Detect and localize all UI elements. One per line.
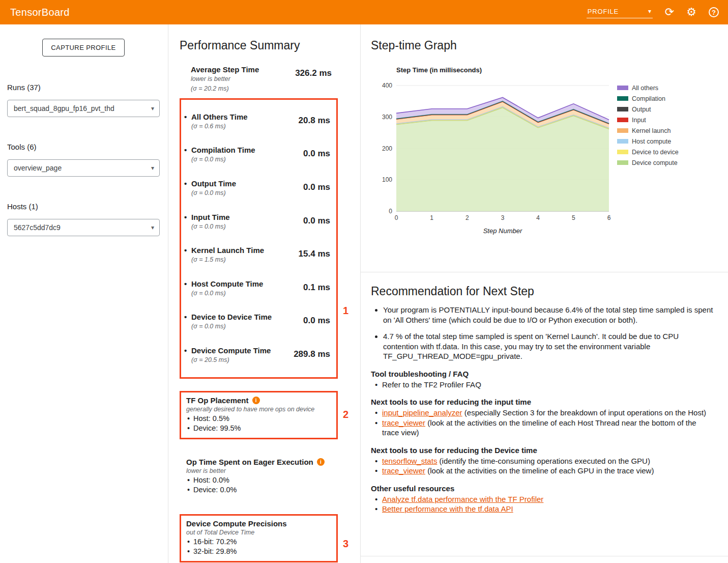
- svg-text:Step Number: Step Number: [483, 227, 522, 235]
- list-item: Device: 0.0%: [186, 485, 333, 495]
- dashboard-select[interactable]: PROFILE ▾: [587, 7, 653, 18]
- runs-group: Runs (37) bert_squad_8gpu_fp16_pvt_thd ▾: [7, 83, 160, 117]
- rec-link[interactable]: Better performance with the tf.data API: [382, 504, 513, 513]
- svg-text:4: 4: [536, 214, 540, 221]
- metric-value: 0.0 ms: [303, 316, 330, 331]
- hosts-group: Hosts (1) 5627c5dd7dc9 ▾: [7, 202, 160, 236]
- dashboard-select-value: PROFILE: [588, 8, 619, 15]
- svg-text:6: 6: [607, 214, 611, 221]
- svg-text:All others: All others: [632, 85, 658, 92]
- rec-link[interactable]: input_pipeline_analyzer: [382, 408, 462, 417]
- chevron-down-icon: ▾: [648, 8, 652, 14]
- rec-section-heading: Next tools to use for reducing the Devic…: [371, 446, 714, 455]
- info-icon[interactable]: i: [317, 458, 325, 466]
- metric-sigma: (σ = 0.0 ms): [191, 156, 255, 164]
- rec-section-list: Analyze tf.data performance with the TF …: [371, 494, 714, 514]
- metric-sigma: (σ = 20.5 ms): [191, 356, 271, 364]
- list-item: Host: 0.5%: [186, 414, 331, 424]
- chevron-down-icon: ▾: [151, 105, 154, 112]
- list-item: Device: 99.5%: [186, 424, 331, 433]
- page-content: CAPTURE PROFILE Runs (37) bert_squad_8gp…: [0, 24, 728, 563]
- gear-icon[interactable]: ⚙: [686, 7, 696, 18]
- tools-group: Tools (6) overview_page ▾: [7, 143, 160, 177]
- svg-text:Step Time (in milliseconds): Step Time (in milliseconds): [396, 66, 482, 74]
- average-step-time-labels: Average Step Time lower is better (σ = 2…: [191, 65, 259, 93]
- app-title: TensorBoard: [10, 7, 70, 18]
- tf-op-placement-title-row: TF Op Placement i: [186, 396, 331, 405]
- bullet-icon: •: [184, 246, 191, 255]
- device-precisions-box: Device Compute Precisions out of Total D…: [180, 514, 338, 562]
- rec-link[interactable]: tensorflow_stats: [382, 457, 437, 465]
- metric-value: 289.8 ms: [294, 349, 330, 364]
- metric-value: 15.4 ms: [299, 249, 330, 264]
- metric-row: •Compilation Time(σ = 0.0 ms)0.0 ms: [181, 138, 336, 172]
- eager-execution-note: lower is better: [186, 467, 333, 474]
- reload-icon[interactable]: ⟳: [665, 7, 674, 18]
- rec-link[interactable]: Analyze tf.data performance with the TF …: [382, 495, 543, 503]
- help-icon[interactable]: ?: [709, 7, 719, 17]
- metric-sigma: (σ = 0.0 ms): [191, 323, 272, 331]
- metric-value: 0.0 ms: [303, 182, 330, 198]
- capture-profile-button[interactable]: CAPTURE PROFILE: [42, 39, 124, 57]
- bullet-icon: •: [184, 346, 191, 355]
- rec-item: tensorflow_stats (identify the time-cons…: [371, 456, 714, 466]
- eager-execution-section: Op Time Spent on Eager Execution i lower…: [180, 458, 338, 495]
- step-time-graph-title: Step-time Graph: [371, 39, 716, 52]
- metric-sigma: (σ = 1.5 ms): [191, 256, 264, 264]
- rec-link[interactable]: trace_viewer: [382, 466, 425, 475]
- eager-execution-title-row: Op Time Spent on Eager Execution i: [186, 458, 333, 466]
- rec-item: Better performance with the tf.data API: [371, 504, 714, 514]
- tf-op-placement-note: generally desired to have more ops on de…: [186, 406, 331, 413]
- svg-text:Device to device: Device to device: [632, 149, 679, 156]
- metric-row: •Output Time(σ = 0.0 ms)0.0 ms: [181, 172, 336, 205]
- rec-item: input_pipeline_analyzer (especially Sect…: [371, 408, 714, 418]
- svg-text:100: 100: [382, 177, 392, 184]
- hosts-label: Hosts (1): [7, 202, 160, 211]
- svg-text:Compilation: Compilation: [632, 95, 665, 102]
- metric-row: •Input Time(σ = 0.0 ms)0.0 ms: [181, 205, 336, 239]
- metric-note: lower is better: [191, 75, 259, 83]
- metrics-annotation-box: •All Others Time(σ = 0.6 ms)20.8 ms•Comp…: [180, 98, 338, 379]
- rec-link[interactable]: trace_viewer: [382, 418, 425, 427]
- tools-select[interactable]: overview_page ▾: [7, 159, 160, 177]
- chevron-down-icon: ▾: [151, 164, 154, 172]
- annotation-number-3: 3: [343, 538, 348, 550]
- tools-label: Tools (6): [7, 143, 160, 151]
- app-header: TensorBoard PROFILE ▾ ⟳ ⚙ ?: [0, 0, 728, 24]
- recommendation-bullet: Your program is POTENTIALLY input-bound …: [383, 305, 714, 325]
- rec-item: trace_viewer (look at the activities on …: [371, 418, 714, 438]
- right-panel: Step-time Graph 01002003004000123456Step…: [361, 24, 728, 563]
- svg-text:Kernel launch: Kernel launch: [632, 127, 671, 134]
- metric-value: 20.8 ms: [299, 116, 330, 131]
- svg-text:Device compute: Device compute: [632, 159, 678, 166]
- info-icon[interactable]: i: [252, 397, 260, 404]
- device-precisions-title-row: Device Compute Precisions: [186, 519, 331, 528]
- metric-sigma: (σ = 0.6 ms): [191, 123, 248, 131]
- metric-name: •Compilation Time: [184, 146, 255, 154]
- rec-section-heading: Tool troubleshooting / FAQ: [371, 370, 714, 378]
- rec-section-list: tensorflow_stats (identify the time-cons…: [371, 456, 714, 476]
- metric-name: •Input Time: [184, 213, 230, 221]
- metric-value: 0.0 ms: [303, 149, 330, 164]
- average-step-time-row: Average Step Time lower is better (σ = 2…: [180, 65, 338, 93]
- metric-sigma: (σ = 20.2 ms): [191, 85, 259, 93]
- runs-label: Runs (37): [7, 83, 160, 92]
- eager-execution-title: Op Time Spent on Eager Execution: [186, 458, 313, 466]
- runs-select[interactable]: bert_squad_8gpu_fp16_pvt_thd ▾: [7, 100, 160, 117]
- metric-name: Average Step Time: [191, 65, 259, 74]
- hosts-select-value: 5627c5dd7dc9: [14, 223, 61, 232]
- chevron-down-icon: ▾: [151, 224, 154, 231]
- hosts-select[interactable]: 5627c5dd7dc9 ▾: [7, 219, 160, 236]
- performance-summary-title: Performance Summary: [180, 39, 349, 52]
- svg-text:0: 0: [395, 214, 398, 221]
- metric-sigma: (σ = 0.0 ms): [191, 223, 230, 231]
- rec-item: Refer to the TF2 Profiler FAQ: [371, 380, 714, 390]
- svg-text:Host compute: Host compute: [632, 138, 671, 145]
- recommendation-title: Recommendation for Next Step: [371, 285, 714, 298]
- svg-text:5: 5: [572, 214, 575, 221]
- step-time-graph-section: Step-time Graph 01002003004000123456Step…: [361, 24, 728, 272]
- svg-text:200: 200: [382, 145, 392, 152]
- rec-sections: Tool troubleshooting / FAQRefer to the T…: [371, 370, 714, 514]
- list-item: 16-bit: 70.2%: [186, 537, 331, 547]
- metric-value: 326.2 ms: [295, 68, 332, 93]
